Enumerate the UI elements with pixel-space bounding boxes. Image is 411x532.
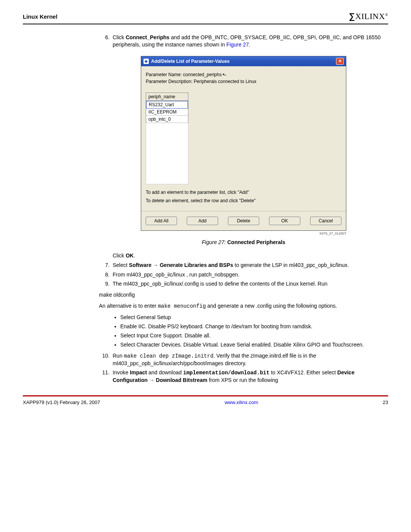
footer-doc-id: XAPP979 (v1.0) February 26, 2007 — [23, 399, 100, 405]
dialog-title: Add/Delete List of Parameter-Values — [151, 59, 336, 64]
step-10: 10. Run make clean dep zImage.initrd. Ve… — [99, 352, 388, 367]
step-7: 7. Select Software → Generate Libraries … — [99, 262, 388, 269]
param-desc-label: Parameter Description: Peripherals conne… — [146, 79, 341, 84]
list-item: Select Input Core Support. Disable all. — [120, 332, 388, 339]
click-ok-text: Click OK. — [113, 252, 388, 259]
list-item: Enable IIC. Disable PS/2 keyboard. Chang… — [120, 323, 388, 330]
make-oldconfig-text: make oldconfig — [99, 291, 388, 299]
step-6: 6. Click Connect_Periphs and add the OPB… — [99, 34, 388, 48]
section-title: Linux Kernel — [23, 13, 57, 20]
add-all-button[interactable]: Add All — [146, 217, 177, 225]
step-11: 11. Invoke Impact and download implement… — [99, 369, 388, 384]
table-row[interactable]: RS232_Uart — [146, 101, 188, 109]
help-add-text: To add an element to the parameter list,… — [146, 190, 341, 195]
param-name-label: Parameter Name: connected_periphs↖ — [146, 72, 341, 77]
figure-id-text: X979_27_012907 — [141, 232, 346, 235]
footer-url[interactable]: www.xilinx.com — [225, 399, 258, 405]
step-8: 8. From ml403_ppc_opb_iic/linux , run pa… — [99, 271, 388, 278]
add-button[interactable]: Add — [187, 217, 218, 225]
col-header: periph_name — [146, 93, 188, 101]
step-9: 9. The ml403_ppc_opb_iic/linux/.config i… — [99, 280, 388, 288]
close-icon[interactable]: ✕ — [336, 58, 344, 65]
page-header: Linux Kernel ∑XILINX® — [23, 11, 388, 24]
ok-button[interactable]: OK — [269, 217, 300, 225]
options-list: Select General Setup Enable IIC. Disable… — [99, 314, 388, 348]
periph-name-table: periph_name RS232_Uart IIC_EEPROM opb_in… — [146, 93, 188, 123]
page-footer: XAPP979 (v1.0) February 26, 2007 www.xil… — [23, 395, 388, 405]
dialog-app-icon: ◆ — [143, 59, 149, 64]
cancel-button[interactable]: Cancel — [310, 217, 341, 225]
figure-caption: Figure 27: Connected Peripherals — [99, 239, 388, 245]
delete-button[interactable]: Delete — [228, 217, 259, 225]
footer-page-number: 23 — [383, 399, 388, 405]
list-item: Select General Setup — [120, 314, 388, 321]
dialog-screenshot: ◆ Add/Delete List of Parameter-Values ✕ … — [141, 56, 346, 235]
alternative-text: An alternative is to enter make menuconf… — [99, 302, 388, 310]
dialog-titlebar: ◆ Add/Delete List of Parameter-Values ✕ — [141, 56, 346, 66]
logo-mark-icon: ∑ — [349, 11, 355, 21]
list-item: Select Character Devices. Disable Virtua… — [120, 341, 388, 348]
table-empty-area — [146, 123, 188, 184]
table-row[interactable]: IIC_EEPROM — [146, 109, 188, 116]
table-row[interactable]: opb_intc_0 — [146, 116, 188, 123]
cursor-icon: ↖ — [221, 71, 227, 78]
figure-27-link[interactable]: Figure 27 — [226, 42, 249, 48]
help-delete-text: To delete an element, select the row and… — [146, 198, 341, 203]
xilinx-logo: ∑XILINX® — [349, 11, 388, 21]
